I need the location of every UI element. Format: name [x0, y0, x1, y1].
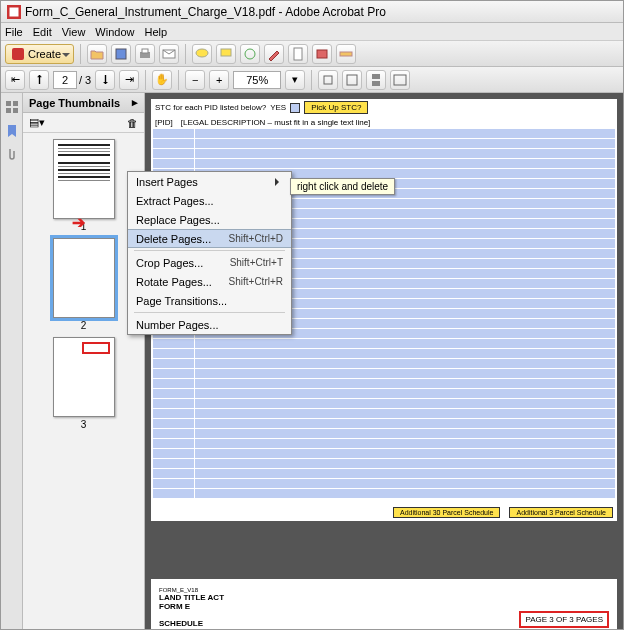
stc-yes: YES — [270, 103, 286, 112]
svg-rect-6 — [142, 49, 148, 53]
scroll-icon — [369, 73, 383, 87]
submenu-arrow-icon — [275, 178, 283, 186]
toolbar-nav: ⇤ 🠕 / 3 🠗 ⇥ ✋ − + ▾ — [1, 67, 623, 93]
chevron-down-icon: ▾ — [292, 73, 298, 86]
zoom-dropdown[interactable]: ▾ — [285, 70, 305, 90]
svg-point-10 — [245, 49, 255, 59]
svg-rect-3 — [12, 48, 24, 60]
thumb-options-icon[interactable]: ▤▾ — [29, 116, 45, 129]
ctx-delete-pages[interactable]: Delete Pages...Shift+Ctrl+D — [128, 229, 291, 248]
speech-icon — [195, 47, 209, 61]
email-button[interactable] — [159, 44, 179, 64]
measure-button[interactable] — [336, 44, 356, 64]
multimedia-button[interactable] — [312, 44, 332, 64]
schedule-title: SCHEDULE — [159, 619, 203, 628]
add-30-parcel-button[interactable]: Additional 30 Parcel Schedule — [393, 507, 500, 518]
fit-page-icon — [345, 73, 359, 87]
thumbnail-page-2[interactable]: 2 — [41, 238, 126, 331]
svg-rect-4 — [116, 49, 126, 59]
read-icon — [393, 73, 407, 87]
comment-button[interactable] — [192, 44, 212, 64]
ctx-replace-pages[interactable]: Replace Pages... — [128, 210, 291, 229]
menu-window[interactable]: Window — [95, 26, 134, 38]
stamp-button[interactable] — [240, 44, 260, 64]
page-indicator: / 3 — [53, 71, 91, 89]
zoom-input[interactable] — [233, 71, 281, 89]
thumbs-icon — [4, 99, 20, 115]
attachments-rail-button[interactable] — [4, 147, 20, 163]
thumbnail-page-3[interactable]: 3 — [41, 337, 126, 430]
scroll-mode-button[interactable] — [366, 70, 386, 90]
pdf-icon — [7, 5, 21, 19]
pid-header: [PID] — [155, 118, 173, 127]
menubar: File Edit View Window Help — [1, 23, 623, 41]
svg-rect-21 — [6, 108, 11, 113]
stc-checkbox[interactable] — [290, 103, 300, 113]
svg-rect-18 — [394, 75, 406, 85]
clip-icon — [4, 147, 20, 163]
stc-label: STC for each PID listed below? — [155, 103, 266, 112]
ctx-page-transitions[interactable]: Page Transitions... — [128, 291, 291, 310]
menu-view[interactable]: View — [62, 26, 86, 38]
bookmarks-rail-button[interactable] — [4, 123, 20, 139]
thumb-delete-icon[interactable]: 🗑 — [127, 117, 138, 129]
minus-icon: − — [192, 74, 198, 86]
page-of-text: PAGE 3 OF 3 PAGES — [525, 615, 603, 624]
last-page-button[interactable]: ⇥ — [119, 70, 139, 90]
reading-mode-button[interactable] — [390, 70, 410, 90]
page-input[interactable] — [53, 71, 77, 89]
save-button[interactable] — [111, 44, 131, 64]
menu-edit[interactable]: Edit — [33, 26, 52, 38]
ctx-extract-pages[interactable]: Extract Pages... — [128, 191, 291, 210]
create-button[interactable]: Create — [5, 44, 74, 64]
menu-help[interactable]: Help — [144, 26, 167, 38]
fit-width-button[interactable] — [318, 70, 338, 90]
open-button[interactable] — [87, 44, 107, 64]
nav-rail — [1, 93, 23, 629]
sign-button[interactable] — [264, 44, 284, 64]
add-3-parcel-button[interactable]: Additional 3 Parcel Schedule — [509, 507, 613, 518]
svg-rect-17 — [372, 81, 380, 86]
prev-page-button[interactable]: 🠕 — [29, 70, 49, 90]
form-title: FORM E — [159, 602, 609, 611]
svg-rect-16 — [372, 74, 380, 79]
zoom-out-button[interactable]: − — [185, 70, 205, 90]
last-icon: ⇥ — [125, 73, 134, 86]
titlebar: Form_C_General_Instrument_Charge_V18.pdf… — [1, 1, 623, 23]
down-icon: 🠗 — [100, 74, 111, 86]
svg-rect-11 — [294, 48, 302, 60]
next-page-button[interactable]: 🠗 — [95, 70, 115, 90]
svg-rect-14 — [324, 76, 332, 84]
thumbnails-rail-button[interactable] — [4, 99, 20, 115]
fit-page-button[interactable] — [342, 70, 362, 90]
fit-width-icon — [321, 73, 335, 87]
print-button[interactable] — [135, 44, 155, 64]
hand-icon: ✋ — [155, 73, 169, 86]
media-icon — [315, 47, 329, 61]
callout-icon — [219, 47, 233, 61]
ctx-rotate-pages[interactable]: Rotate Pages...Shift+Ctrl+R — [128, 272, 291, 291]
menu-file[interactable]: File — [5, 26, 23, 38]
mail-icon — [162, 47, 176, 61]
svg-rect-13 — [340, 52, 352, 56]
disk-icon — [114, 47, 128, 61]
folder-icon — [90, 47, 104, 61]
hand-tool[interactable]: ✋ — [152, 70, 172, 90]
ctx-insert-pages[interactable]: Insert Pages — [128, 172, 291, 191]
ctx-crop-pages[interactable]: Crop Pages...Shift+Ctrl+T — [128, 253, 291, 272]
svg-rect-19 — [6, 101, 11, 106]
up-icon: 🠕 — [34, 74, 45, 86]
printer-icon — [138, 47, 152, 61]
thumb-label: 3 — [81, 419, 87, 430]
first-page-button[interactable]: ⇤ — [5, 70, 25, 90]
highlight-button[interactable] — [216, 44, 236, 64]
ctx-number-pages[interactable]: Number Pages... — [128, 315, 291, 334]
context-menu: Insert Pages Extract Pages... Replace Pa… — [127, 171, 292, 335]
form-button[interactable] — [288, 44, 308, 64]
panel-menu-icon[interactable]: ▸ — [132, 96, 138, 109]
zoom-in-button[interactable]: + — [209, 70, 229, 90]
svg-rect-22 — [13, 108, 18, 113]
page-total: / 3 — [79, 74, 91, 86]
annotation-arrow: ➔ — [72, 213, 85, 232]
pickup-stc-button[interactable]: Pick Up STC? — [304, 101, 368, 114]
